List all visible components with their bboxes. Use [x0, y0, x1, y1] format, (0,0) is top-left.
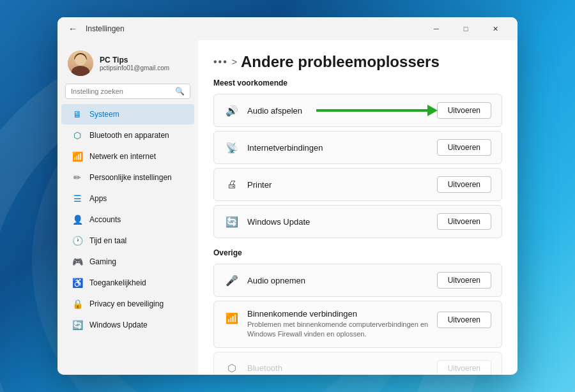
persoonlijk-icon: ✏ [72, 172, 83, 183]
list-item: 📶 Binnenkomende verbindingen Problemen m… [213, 301, 502, 348]
section-other-label: Overige [213, 248, 502, 257]
audio-record-title: Audio opnemen [247, 276, 437, 285]
search-icon: 🔍 [175, 87, 185, 96]
maximize-button[interactable]: □ [451, 19, 480, 39]
sidebar-item-bluetooth[interactable]: ⬡ Bluetooth en apparaten [61, 125, 194, 146]
binnenkomende-icon: 📶 [224, 310, 240, 326]
close-button[interactable]: ✕ [480, 19, 510, 39]
bluetooth-icon: ⬡ [72, 130, 83, 141]
audio-record-icon: 🎤 [224, 273, 240, 288]
apps-label: Apps [89, 194, 107, 203]
sidebar-item-update[interactable]: 🔄 Windows Update [61, 315, 194, 335]
internet-title: Internetverbindingen [247, 143, 437, 153]
search-bar[interactable]: 🔍 [65, 84, 190, 99]
winupdate-title: Windows Update [247, 217, 437, 227]
content-area: ••• > Andere probleemoplossers Meest voo… [198, 40, 518, 375]
internet-text: Internetverbindingen [247, 143, 437, 153]
update-label: Windows Update [89, 320, 148, 329]
avatar-image [68, 50, 93, 76]
list-item: 📡 Internetverbindingen Uitvoeren [213, 131, 502, 164]
systeem-label: Systeem [89, 110, 119, 119]
sidebar-item-persoonlijk[interactable]: ✏ Persoonlijke instellingen [61, 167, 194, 188]
winupdate-run-button[interactable]: Uitvoeren [437, 213, 491, 230]
sidebar-item-accounts[interactable]: 👤 Accounts [61, 209, 194, 230]
section-common-label: Meest voorkomende [213, 79, 502, 87]
back-button[interactable]: ← [65, 21, 80, 36]
sidebar-item-systeem[interactable]: 🖥 Systeem [61, 104, 194, 124]
accounts-label: Accounts [89, 215, 121, 224]
profile-name: PC Tips [100, 56, 169, 64]
printer-icon: 🖨 [224, 177, 240, 192]
bluetooth-run-button[interactable]: Uitvoeren [437, 360, 491, 375]
sidebar: PC Tips pctipsinfo01@gmail.com 🔍 🖥 Syste… [57, 40, 198, 375]
list-item: ⬡ Bluetooth Uitvoeren [213, 352, 502, 375]
winupdate-icon: 🔄 [224, 214, 240, 229]
update-icon: 🔄 [72, 319, 83, 331]
profile-info: PC Tips pctipsinfo01@gmail.com [100, 56, 169, 72]
avatar [68, 50, 93, 76]
printer-text: Printer [247, 180, 437, 190]
binnenkomende-run-button[interactable]: Uitvoeren [437, 312, 491, 328]
printer-run-button[interactable]: Uitvoeren [437, 176, 491, 193]
window-title: Instellingen [86, 24, 125, 33]
breadcrumb: ••• > Andere probleemoplossers [213, 53, 502, 71]
bluetooth-label: Bluetooth en apparaten [89, 131, 169, 140]
audio-play-text: Audio afspelen [247, 106, 437, 116]
tijd-icon: 🕐 [72, 235, 83, 246]
sidebar-item-toegankelijkheid[interactable]: ♿ Toegankelijkheid [61, 273, 194, 293]
title-bar: ← Instellingen ─ □ ✕ [57, 17, 518, 40]
list-item: 🔄 Windows Update Uitvoeren [213, 205, 502, 238]
title-bar-left: ← Instellingen [65, 21, 125, 36]
binnenkomende-text: Binnenkomende verbindingen Problemen met… [247, 309, 437, 340]
audio-record-text: Audio opnemen [247, 276, 437, 285]
list-item: 🖨 Printer Uitvoeren [213, 168, 502, 201]
settings-window: ← Instellingen ─ □ ✕ PC Tips [57, 17, 518, 375]
gaming-label: Gaming [89, 257, 116, 266]
netwerk-icon: 📶 [72, 151, 83, 162]
breadcrumb-separator: > [232, 57, 237, 67]
sidebar-item-netwerk[interactable]: 📶 Netwerk en internet [61, 146, 194, 167]
systeem-icon: 🖥 [72, 109, 83, 120]
sidebar-item-gaming[interactable]: 🎮 Gaming [61, 252, 194, 272]
apps-icon: ☰ [72, 193, 83, 204]
profile-section: PC Tips pctipsinfo01@gmail.com [57, 45, 198, 84]
gaming-icon: 🎮 [72, 256, 83, 268]
sidebar-item-apps[interactable]: ☰ Apps [61, 188, 194, 209]
accounts-icon: 👤 [72, 214, 83, 225]
audio-play-title: Audio afspelen [247, 106, 437, 116]
window-controls: ─ □ ✕ [422, 19, 510, 39]
profile-email: pctipsinfo01@gmail.com [100, 64, 169, 72]
toegankelijkheid-label: Toegankelijkheid [89, 278, 146, 287]
bluetooth-item-title: Bluetooth [247, 363, 437, 373]
list-item: 🎤 Audio opnemen Uitvoeren [213, 264, 502, 297]
printer-title: Printer [247, 180, 437, 190]
audio-play-run-button[interactable]: Uitvoeren [437, 102, 491, 119]
audio-record-run-button[interactable]: Uitvoeren [437, 272, 491, 289]
netwerk-label: Netwerk en internet [89, 152, 156, 161]
breadcrumb-current: Andere probleemoplossers [241, 53, 440, 71]
internet-run-button[interactable]: Uitvoeren [437, 139, 491, 156]
sidebar-item-privacy[interactable]: 🔒 Privacy en beveiliging [61, 294, 194, 314]
bluetooth-item-icon: ⬡ [224, 361, 240, 375]
list-item: 🔊 Audio afspelen Uitvoeren [213, 94, 502, 127]
winupdate-text: Windows Update [247, 217, 437, 227]
privacy-icon: 🔒 [72, 298, 83, 310]
main-layout: PC Tips pctipsinfo01@gmail.com 🔍 🖥 Syste… [57, 40, 518, 375]
minimize-button[interactable]: ─ [422, 19, 451, 39]
privacy-label: Privacy en beveiliging [89, 299, 164, 308]
search-input[interactable] [71, 87, 171, 95]
audio-play-icon: 🔊 [224, 103, 240, 118]
breadcrumb-dots: ••• [213, 56, 228, 68]
avatar-head [75, 54, 86, 66]
avatar-body [72, 66, 89, 76]
sidebar-item-tijd[interactable]: 🕐 Tijd en taal [61, 230, 194, 251]
bluetooth-item-text: Bluetooth [247, 363, 437, 373]
persoonlijk-label: Persoonlijke instellingen [89, 173, 172, 182]
binnenkomende-desc: Problemen met binnenkomende computerverb… [247, 320, 437, 340]
tijd-label: Tijd en taal [89, 236, 126, 245]
binnenkomende-title: Binnenkomende verbindingen [247, 309, 437, 319]
internet-icon: 📡 [224, 140, 240, 155]
toegankelijkheid-icon: ♿ [72, 277, 83, 289]
